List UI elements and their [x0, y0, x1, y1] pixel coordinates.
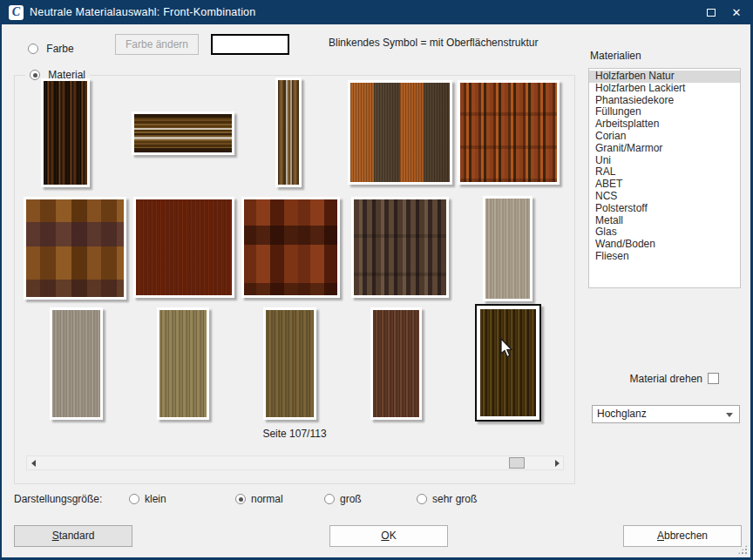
materials-list-label: Materialien [590, 50, 641, 62]
materials-listbox[interactable]: Holzfarben NaturHolzfarben LackiertPhant… [588, 68, 741, 288]
scrollbar-thumb[interactable] [509, 457, 525, 469]
swatch-texture [136, 199, 232, 295]
swatch-texture [460, 83, 557, 182]
materials-list-item[interactable]: Phantasiedekore [589, 95, 740, 107]
change-color-button[interactable]: Farbe ändern [115, 34, 199, 55]
materials-list-item[interactable]: Glas [589, 226, 740, 239]
swatch-texture [354, 199, 446, 295]
material-swatch-makassar-ebenholz[interactable] [41, 78, 90, 187]
materials-list-item[interactable]: NCS [589, 191, 740, 203]
materials-list-item[interactable]: Metall [589, 215, 740, 227]
ok-button[interactable]: OK [329, 525, 448, 547]
swatch-texture [350, 83, 450, 182]
materials-list-item[interactable]: Wand/Boden [589, 239, 740, 251]
page-indicator: Seite 107/113 [14, 428, 575, 440]
material-swatch-schmale-holzleiste[interactable] [275, 78, 302, 187]
material-swatch-nussbaum-rotbraun[interactable] [370, 307, 422, 420]
radio-label: sehr groß [432, 493, 477, 505]
radio-circle[interactable] [129, 494, 139, 504]
dialog-window: C Neutrale Materialauswahl: Front-Kombin… [0, 0, 753, 560]
scroll-left-icon [31, 460, 36, 467]
window-title: Neutrale Materialauswahl: Front-Kombinat… [30, 0, 255, 24]
display-size-option-groß[interactable]: groß [324, 493, 362, 505]
material-swatch-nussbaum-dunkel[interactable] [475, 304, 541, 422]
material-radio-circle[interactable] [30, 70, 40, 80]
rotate-material-label: Material drehen [610, 373, 702, 385]
close-button[interactable]: ✕ [724, 1, 749, 24]
farbe-radio[interactable]: Farbe [28, 43, 74, 55]
materials-list-item[interactable]: RAL [589, 166, 740, 179]
cancel-button[interactable]: Abbrechen [623, 525, 742, 547]
hint-text: Blinkendes Symbol = mit Oberflächenstruk… [329, 37, 538, 49]
dialog-body: Farbe Farbe ändern Blinkendes Symbol = m… [2, 24, 750, 557]
farbe-radio-circle[interactable] [28, 44, 38, 54]
materials-list-item[interactable]: Holzfarben Natur [589, 71, 740, 83]
materials-list-item[interactable]: Füllungen [589, 106, 740, 118]
swatch-texture [44, 81, 87, 185]
maximize-button[interactable] [699, 1, 723, 24]
materials-list-item[interactable]: Fliesen [589, 251, 740, 263]
display-size-option-klein[interactable]: klein [129, 493, 166, 505]
standard-button[interactable]: Standard [14, 525, 132, 547]
swatch-texture [266, 310, 314, 417]
swatch-texture [52, 310, 100, 417]
maximize-icon [707, 9, 716, 17]
farbe-radio-label: Farbe [46, 43, 73, 55]
materials-list-item[interactable]: Uni [589, 155, 740, 167]
materials-list-item[interactable]: Arbeitsplatten [589, 118, 740, 131]
swatch-texture [373, 310, 419, 417]
display-size-option-normal[interactable]: normal [235, 493, 283, 505]
material-swatch-mahagoni-dunkelrot[interactable] [133, 197, 234, 298]
app-icon: C [9, 5, 24, 20]
finish-dropdown[interactable]: Hochglanz [592, 405, 740, 423]
radio-circle[interactable] [324, 494, 335, 504]
swatch-texture [26, 199, 124, 297]
material-swatch-palisander-planken[interactable] [241, 197, 340, 298]
display-size-label: Darstellungsgröße: [14, 493, 102, 505]
swatch-texture [485, 199, 530, 299]
material-swatch-nussbaum-oliv[interactable] [263, 307, 316, 420]
materials-list-item[interactable]: Polsterstoff [589, 203, 740, 215]
swatch-texture [159, 310, 207, 417]
color-preview-box [211, 34, 289, 55]
rotate-material-checkbox[interactable] [708, 373, 719, 384]
material-swatch-graubraun-schmal[interactable] [483, 196, 533, 301]
close-icon: ✕ [732, 6, 742, 19]
radio-circle[interactable] [235, 494, 246, 504]
display-size-option-sehr-groß[interactable]: sehr groß [417, 493, 477, 505]
material-swatch-nussbaum-quergestreift[interactable] [132, 111, 234, 155]
materials-list-item[interactable]: Granit/Marmor [589, 143, 740, 155]
material-swatch-kernbuche-graubraun[interactable] [157, 307, 209, 420]
finish-dropdown-value: Hochglanz [597, 406, 647, 422]
materials-list-item[interactable]: Corian [589, 131, 740, 143]
horizontal-scrollbar[interactable] [26, 455, 564, 470]
radio-label: normal [251, 493, 283, 505]
material-swatch-eiche-rustikal-planken[interactable] [24, 197, 126, 300]
scroll-left-button[interactable] [27, 456, 39, 469]
materials-list-item[interactable]: ABET [589, 179, 740, 191]
material-swatch-merbau-stabparkett[interactable] [458, 80, 560, 185]
radio-label: klein [145, 493, 166, 505]
swatch-texture [134, 114, 232, 152]
swatch-texture [480, 309, 536, 416]
radio-circle[interactable] [417, 494, 427, 504]
material-swatch-esche-grau[interactable] [50, 307, 103, 420]
radio-label: groß [340, 493, 362, 505]
material-swatch-teak-planken[interactable] [348, 80, 452, 185]
scroll-right-icon [555, 460, 560, 467]
chevron-down-icon [726, 413, 733, 417]
title-bar: C Neutrale Materialauswahl: Front-Kombin… [0, 0, 753, 24]
scroll-right-button[interactable] [551, 456, 563, 469]
swatch-texture [278, 80, 299, 185]
material-swatch-raeuchereiche-stab[interactable] [351, 197, 449, 298]
swatch-texture [244, 199, 337, 295]
materials-list-item[interactable]: Holzfarben Lackiert [589, 83, 740, 95]
